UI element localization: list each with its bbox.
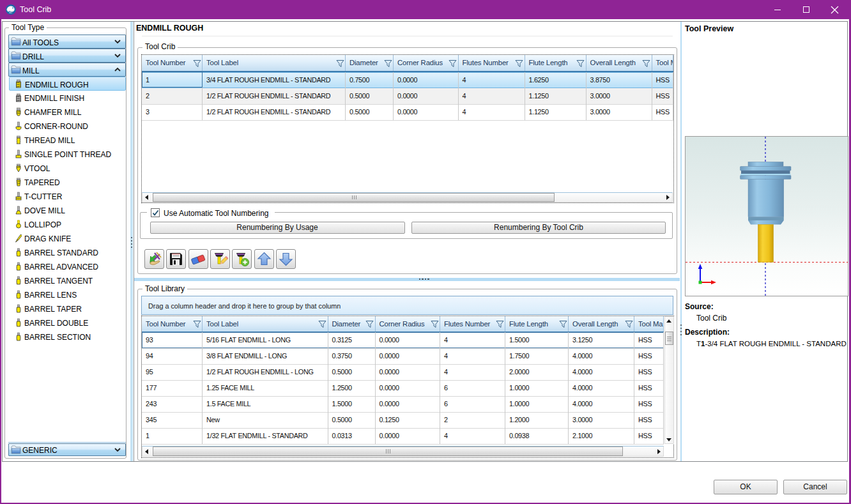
svg-text:3D: 3D bbox=[9, 11, 12, 14]
